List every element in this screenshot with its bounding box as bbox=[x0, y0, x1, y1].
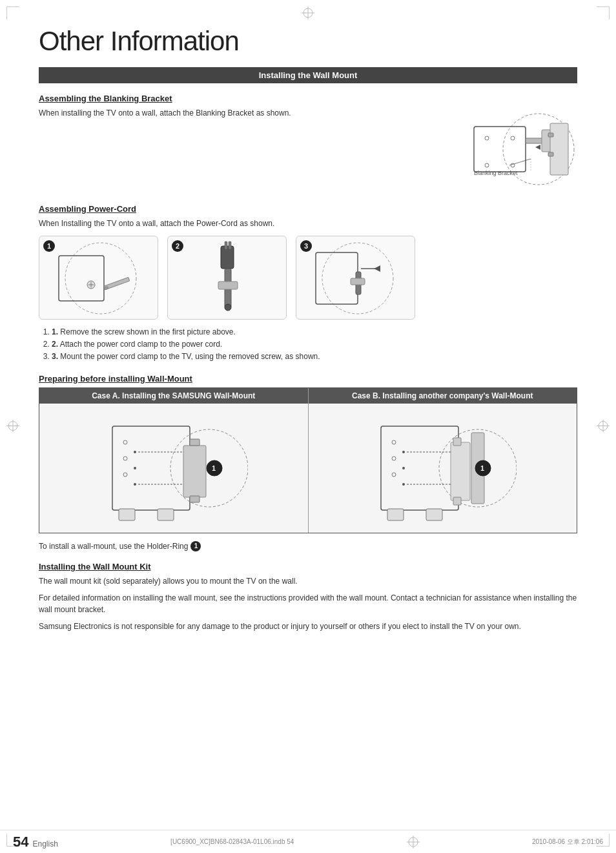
blanking-bracket-diagram: Blanking Bracket bbox=[435, 107, 577, 191]
svg-point-36 bbox=[225, 304, 231, 311]
top-center-mark bbox=[302, 6, 314, 19]
wall-mount-prep-title: Preparing before installing Wall-Mount bbox=[39, 374, 577, 384]
svg-rect-51 bbox=[190, 439, 200, 446]
power-cord-body: When Installing the TV onto a wall, atta… bbox=[39, 218, 577, 229]
svg-text:1: 1 bbox=[480, 464, 484, 472]
svg-point-20 bbox=[485, 163, 489, 167]
wall-mount-case-a: Case A. Installing the SAMSUNG Wall-Moun… bbox=[39, 388, 309, 533]
svg-rect-62 bbox=[387, 509, 404, 520]
power-cord-step1: 1 bbox=[39, 236, 158, 320]
svg-rect-61 bbox=[381, 426, 458, 510]
svg-rect-31 bbox=[221, 246, 234, 269]
case-b-diagram: 1 bbox=[309, 404, 577, 533]
step-1: 1. Remove the screw shown in the first p… bbox=[52, 326, 577, 338]
svg-point-48 bbox=[123, 457, 127, 460]
svg-rect-63 bbox=[426, 509, 442, 520]
wall-mount-kit-para2: For detailed information on installing t… bbox=[39, 592, 577, 615]
svg-point-19 bbox=[485, 136, 489, 140]
svg-rect-40 bbox=[351, 278, 365, 285]
svg-rect-50 bbox=[183, 446, 206, 497]
svg-point-22 bbox=[511, 163, 515, 167]
svg-rect-67 bbox=[451, 442, 470, 500]
case-a-header: Case A. Installing the SAMSUNG Wall-Moun… bbox=[39, 388, 308, 404]
wall-mount-prep-section: Preparing before installing Wall-Mount C… bbox=[39, 374, 577, 551]
svg-rect-15 bbox=[548, 152, 553, 156]
case-a-diagram: 1 bbox=[39, 404, 308, 533]
svg-rect-52 bbox=[190, 496, 200, 502]
step1-number: 1 bbox=[43, 240, 55, 252]
blanking-bracket-section: When installing the TV onto a wall, atta… bbox=[39, 107, 577, 191]
svg-point-21 bbox=[511, 136, 515, 140]
power-cord-title: Assembling Power-Cord bbox=[39, 204, 577, 214]
svg-text:1: 1 bbox=[212, 464, 216, 472]
wall-mount-table: Case A. Installing the SAMSUNG Wall-Moun… bbox=[39, 387, 577, 533]
page-number: 54 bbox=[13, 834, 28, 850]
power-cord-section: Assembling Power-Cord When Installing th… bbox=[39, 204, 577, 364]
blanking-bracket-title: Assembling the Blanking Bracket bbox=[39, 94, 577, 103]
wall-mount-kit-para3: Samsung Electronics is not responsible f… bbox=[39, 621, 577, 632]
svg-point-66 bbox=[392, 473, 396, 477]
right-side-mark bbox=[597, 419, 610, 434]
svg-line-17 bbox=[509, 159, 531, 165]
corner-mark-tl bbox=[6, 6, 19, 19]
svg-rect-25 bbox=[59, 256, 104, 301]
wall-mount-kit-title: Installing the Wall Mount Kit bbox=[39, 562, 577, 571]
svg-rect-14 bbox=[548, 133, 553, 137]
footer-right: 2010-08-06 오후 2:01:06 bbox=[532, 838, 603, 847]
page-number-area: 54 English bbox=[13, 834, 58, 850]
svg-point-75 bbox=[402, 451, 405, 453]
power-cord-step2: 2 bbox=[167, 236, 287, 320]
blanking-bracket-text: When installing the TV onto a wall, atta… bbox=[39, 107, 422, 124]
step2-number: 2 bbox=[172, 240, 183, 252]
svg-point-49 bbox=[123, 473, 127, 477]
page-title: Other Information bbox=[39, 26, 577, 57]
svg-rect-46 bbox=[158, 509, 174, 520]
wall-mount-kit-para1: The wall mount kit (sold separately) all… bbox=[39, 575, 577, 587]
case-b-header: Case B. Installing another company's Wal… bbox=[309, 388, 577, 404]
svg-rect-45 bbox=[119, 509, 135, 520]
step3-number: 3 bbox=[300, 240, 312, 252]
wall-mount-kit-section: Installing the Wall Mount Kit The wall m… bbox=[39, 562, 577, 632]
svg-point-76 bbox=[402, 467, 405, 469]
svg-text:Blanking Bracket: Blanking Bracket bbox=[474, 170, 518, 176]
svg-rect-32 bbox=[225, 242, 227, 249]
page-number-label: English bbox=[32, 839, 57, 848]
svg-point-58 bbox=[134, 467, 136, 469]
holder-ring-badge: 1 bbox=[190, 541, 201, 551]
page: Other Information Installing the Wall Mo… bbox=[0, 0, 616, 853]
wall-mount-case-b: Case B. Installing another company's Wal… bbox=[309, 388, 577, 533]
svg-point-77 bbox=[402, 483, 405, 486]
corner-mark-tr bbox=[597, 6, 610, 19]
step-2: 2. Attach the power cord clamp to the po… bbox=[52, 338, 577, 351]
left-side-mark bbox=[6, 419, 19, 434]
power-cord-steps: 1. Remove the screw shown in the first p… bbox=[52, 326, 577, 364]
svg-rect-68 bbox=[453, 438, 461, 446]
svg-point-59 bbox=[134, 483, 136, 486]
svg-rect-35 bbox=[218, 282, 238, 289]
bottom-center-mark bbox=[407, 836, 420, 848]
svg-rect-10 bbox=[474, 127, 526, 172]
power-cord-images: 1 2 bbox=[39, 236, 577, 320]
svg-marker-16 bbox=[535, 145, 540, 150]
svg-point-65 bbox=[392, 457, 396, 460]
svg-rect-69 bbox=[453, 497, 461, 505]
section-header: Installing the Wall Mount bbox=[39, 67, 577, 83]
holder-ring-note: To install a wall-mount, use the Holder-… bbox=[39, 541, 577, 551]
svg-point-64 bbox=[392, 440, 396, 444]
svg-point-47 bbox=[123, 440, 127, 444]
bottom-bar: 54 English [UC6900_XC]BN68-02843A-01L06.… bbox=[0, 830, 616, 853]
svg-rect-13 bbox=[550, 123, 568, 175]
step-3: 3. Mount the power cord clamp to the TV,… bbox=[52, 351, 577, 363]
svg-point-57 bbox=[134, 451, 136, 453]
blanking-bracket-body: When installing the TV onto a wall, atta… bbox=[39, 107, 422, 119]
power-cord-step3: 3 bbox=[296, 236, 415, 320]
svg-rect-33 bbox=[229, 242, 231, 249]
svg-rect-44 bbox=[112, 426, 190, 510]
footer-left: [UC6900_XC]BN68-02843A-01L06.indb 54 bbox=[170, 838, 294, 845]
